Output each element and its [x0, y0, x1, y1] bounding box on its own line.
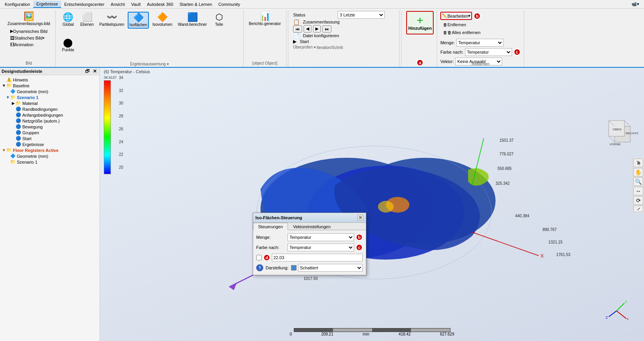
- baseline-icon: 📁: [6, 83, 12, 88]
- berichtsgenerator-button[interactable]: 📊 Berichts-generator: [247, 11, 283, 27]
- menu-konfiguration[interactable]: Konfiguration: [2, 1, 33, 7]
- szenario1b-label: Szenario 1: [17, 160, 38, 164]
- geometrie1-icon: 🔷: [10, 89, 16, 94]
- punkte-button[interactable]: ⬤ Punkte: [60, 37, 77, 53]
- scale-627: 627.629: [440, 332, 454, 336]
- punkte-label: Punkte: [62, 48, 74, 52]
- floor-icon: 📁: [6, 148, 12, 153]
- dialog-farbe-select[interactable]: Temperatur: [288, 244, 354, 251]
- svg-line-20: [617, 303, 624, 311]
- menu-community[interactable]: Community: [215, 1, 243, 7]
- menu-bar: Konfiguration Ergebnisse Entscheidungsce…: [0, 0, 644, 9]
- tree-item-material[interactable]: ▶ 📁 Material: [0, 100, 99, 106]
- nav-back-start[interactable]: ⏮: [293, 25, 302, 32]
- menu-extra-icon[interactable]: 📹▾: [628, 1, 642, 7]
- nav-forward[interactable]: ⏭: [322, 25, 331, 32]
- tree-item-netzgrosse[interactable]: 🔵 Netzgröße (autom.): [0, 118, 99, 124]
- farbe-nach-select[interactable]: Temperatur: [465, 48, 512, 56]
- rand-label: Randbedingungen: [22, 107, 58, 112]
- tree-item-geometrie2[interactable]: 🔷 Geometrie (mm): [0, 153, 99, 159]
- tree-item-szenario1[interactable]: ▼ 📁 Szenario 1: [0, 94, 99, 100]
- geometrie2-label: Geometrie (mm): [17, 154, 48, 159]
- bearbeiten-button[interactable]: ✏️ Bearbeiten ▾: [440, 12, 472, 20]
- global-button[interactable]: 🌐 Global: [60, 12, 77, 28]
- hinzufugen-button[interactable]: + Hinzufügen: [406, 11, 434, 34]
- dialog-value-input[interactable]: [272, 254, 363, 262]
- menu-autodesk360[interactable]: Autodesk 360: [144, 1, 176, 7]
- tool-5[interactable]: ⟳: [633, 196, 643, 205]
- tree-item-hinweis[interactable]: ⚠️ Hinweis: [0, 77, 99, 83]
- dialog-darstellung-row: ? Darstellung: Schattiert: [256, 264, 363, 272]
- dialog-help-button[interactable]: ?: [256, 264, 263, 271]
- isovolumen-button[interactable]: 🔶 Isovolumen: [150, 12, 174, 28]
- tool-2[interactable]: ✋: [633, 168, 643, 177]
- tool-4[interactable]: ↔: [633, 187, 643, 195]
- coord-1017: 1017.93: [304, 276, 318, 281]
- viewport[interactable]: (6) Temperatur - Celsius 36.9137 34 32 3…: [100, 68, 644, 341]
- cube-navigator[interactable]: OBEN VORNE RECHTS: [607, 119, 638, 150]
- menu-ergebnisse[interactable]: Ergebnisse: [33, 1, 61, 8]
- tree-item-ergebnisse[interactable]: 🔵 Ergebnisse: [0, 141, 99, 147]
- svg-text:VORNE: VORNE: [610, 143, 620, 146]
- menge-select[interactable]: Temperatur: [456, 39, 503, 47]
- menu-entscheidungscenter[interactable]: Entscheidungscenter: [61, 1, 108, 7]
- coord-1761: 1761.53: [556, 253, 570, 257]
- svg-text:X: X: [627, 317, 628, 321]
- zusammenfassungsbild-button[interactable]: 🖼️ Zusammenfassungs-bild: [5, 11, 52, 27]
- tree-item-szenario1b[interactable]: 📁 Szenario 1: [0, 159, 99, 165]
- farbe-nach-row: Farbe nach: Temperatur c: [440, 47, 521, 57]
- tree-item-gruppen[interactable]: 🔵 Gruppen: [0, 130, 99, 135]
- dialog-tab-steuerungen[interactable]: Steuerungen: [253, 223, 288, 230]
- partikelspuren-label: Partikelspuren: [99, 22, 124, 27]
- anfang-icon: 🔵: [16, 112, 21, 117]
- dynamisches-bild-button[interactable]: ▶ Dynamisches Bild: [7, 28, 50, 34]
- nav-play[interactable]: ▶: [313, 25, 321, 32]
- alles-entfernen-button[interactable]: 🗑🗑 Alles entfernen: [440, 29, 483, 36]
- statisches-bild-button[interactable]: 🖼 Statisches Bild▾: [7, 35, 50, 41]
- tool-1[interactable]: 🖱: [633, 159, 643, 167]
- x-axis-label: X: [541, 253, 544, 259]
- isovolumen-icon: 🔶: [157, 13, 168, 22]
- tree-item-anfangsbedingungen[interactable]: 🔵 Anfangsbedingungen: [0, 112, 99, 118]
- teile-button[interactable]: ⬡ Teile: [210, 12, 228, 28]
- gruppen-label: Gruppen: [22, 130, 39, 135]
- ribbon-group-bild: 🖼️ Zusammenfassungs-bild ▶ Dynamisches B…: [2, 10, 56, 67]
- tree-item-randbedingungen[interactable]: 🔵 Randbedingungen: [0, 106, 99, 112]
- bew-icon: 🔵: [16, 124, 21, 129]
- ribbon-group-isoflachen-options: ✏️ Bearbeiten ▾ b 🗑 Entfernen 🗑🗑 Alles e…: [437, 10, 524, 67]
- tool-3[interactable]: 🔍: [633, 177, 643, 186]
- entfernen-button[interactable]: 🗑 Entfernen: [440, 22, 469, 28]
- svg-line-13: [624, 121, 630, 126]
- dialog-tabs: Steuerungen Vektoreinstellungen: [253, 223, 366, 230]
- wandberechner-button[interactable]: 🟦 Wand-berechner: [176, 12, 209, 28]
- dialog-menge-select[interactable]: Temperatur: [288, 233, 354, 241]
- isoflachen-button[interactable]: 🔷 Isoflächen: [128, 12, 149, 29]
- ribbon-group-berichtsgenerator: 📊 Berichts-generator [object Object]: [244, 10, 286, 67]
- szenario1-expand: ▼: [5, 95, 10, 99]
- ebenen-button[interactable]: ⬜ Ebenen: [78, 12, 96, 28]
- dialog-value-checkbox[interactable]: [256, 255, 262, 260]
- datei-label: Datei konfigurieren: [303, 33, 339, 38]
- nav-back[interactable]: ◀: [304, 25, 311, 32]
- 3d-model-viewport[interactable]: X: [198, 91, 570, 310]
- tree-item-geometrie1[interactable]: 🔷 Geometrie (mm): [0, 88, 99, 94]
- dialog-close-button[interactable]: ✕: [357, 215, 364, 221]
- menu-vault[interactable]: Vault: [128, 1, 144, 7]
- tree-item-bewegung[interactable]: 🔵 Bewegung: [0, 124, 99, 130]
- animation-button[interactable]: 🎞 Animation: [7, 41, 50, 48]
- tree-item-baseline[interactable]: ▼ 📁 Baseline: [0, 83, 99, 88]
- partikelspuren-icon: 〰️: [107, 13, 117, 22]
- menu-starten-lernen[interactable]: Starten & Lernen: [176, 1, 215, 7]
- tree-item-floor-registers[interactable]: ▼ 📁 Floor Registers Active: [0, 147, 99, 153]
- sidebar-undock-button[interactable]: 🗗: [84, 69, 91, 74]
- dialog-darstellung-select[interactable]: Schattiert: [298, 264, 363, 272]
- color-label-22: 22: [119, 152, 123, 157]
- dialog-tab-vektoreinstellungen[interactable]: Vektoreinstellungen: [288, 223, 336, 230]
- partikelspuren-button[interactable]: 〰️ Partikelspuren: [97, 12, 126, 28]
- tree-item-start[interactable]: 🔵 Start: [0, 135, 99, 141]
- svg-line-14: [609, 136, 615, 142]
- status-select[interactable]: 3 Letzte: [338, 11, 385, 19]
- tool-6[interactable]: ⤢: [633, 206, 643, 212]
- sidebar-close-button[interactable]: ✕: [92, 69, 98, 74]
- menu-ansicht[interactable]: Ansicht: [108, 1, 128, 7]
